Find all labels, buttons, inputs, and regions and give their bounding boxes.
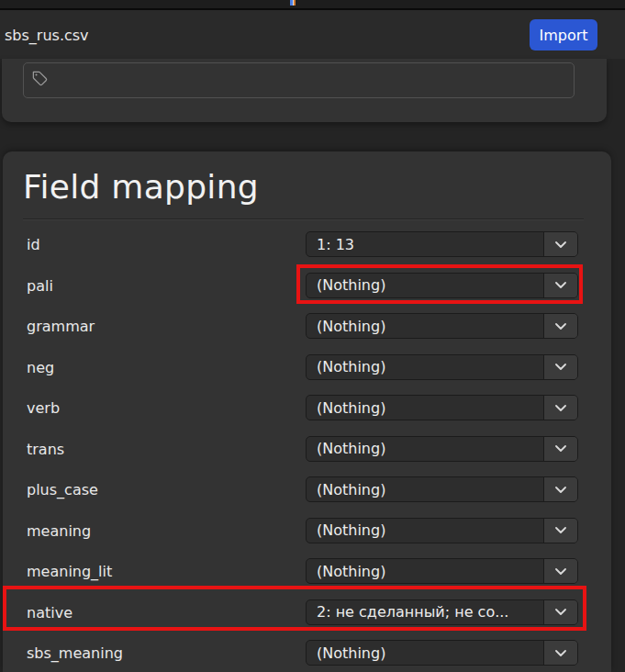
select-value: (Nothing) — [307, 519, 543, 543]
field-select[interactable]: 1: 13 — [306, 231, 578, 257]
section-divider — [23, 218, 584, 219]
field-row: trans (Nothing) — [3, 436, 611, 462]
field-label: trans — [27, 440, 64, 457]
tags-input[interactable] — [23, 62, 575, 98]
select-value: 2: не сделанный; не со... — [307, 600, 543, 624]
field-row: meaning (Nothing) — [3, 518, 611, 543]
field-label: meaning — [27, 521, 91, 539]
tags-card — [2, 59, 607, 122]
filename-label: sbs_rus.csv — [5, 26, 89, 43]
field-row: plus_case (Nothing) — [3, 476, 611, 502]
tag-icon — [31, 70, 49, 87]
field-row: meaning_lit (Nothing) — [3, 558, 611, 584]
select-value: 1: 13 — [307, 232, 543, 256]
chevron-down-icon[interactable] — [543, 274, 577, 297]
field-select[interactable]: (Nothing) — [306, 436, 578, 462]
select-value: (Nothing) — [307, 641, 543, 665]
cutoff-icon — [290, 0, 296, 6]
field-row: pali (Nothing) — [3, 273, 611, 298]
field-select[interactable]: (Nothing) — [306, 273, 578, 298]
select-value: (Nothing) — [307, 314, 543, 338]
field-select[interactable]: (Nothing) — [306, 476, 578, 502]
field-row: sbs_meaning (Nothing) — [3, 640, 611, 666]
field-label: grammar — [27, 318, 95, 335]
field-select[interactable]: (Nothing) — [306, 558, 578, 584]
field-row: neg (Nothing) — [3, 354, 611, 380]
field-select[interactable]: (Nothing) — [306, 518, 578, 543]
field-label: meaning_lit — [27, 563, 112, 580]
select-value: (Nothing) — [307, 559, 543, 583]
chevron-down-icon[interactable] — [543, 396, 577, 420]
field-label: pali — [27, 276, 53, 294]
chevron-down-icon[interactable] — [543, 559, 577, 583]
field-select[interactable]: (Nothing) — [306, 354, 578, 380]
window-top-strip — [0, 0, 625, 10]
field-select[interactable]: (Nothing) — [306, 640, 578, 666]
select-value: (Nothing) — [307, 477, 543, 501]
chevron-down-icon[interactable] — [543, 519, 577, 543]
chevron-down-icon[interactable] — [543, 600, 577, 624]
select-value: (Nothing) — [307, 396, 543, 420]
chevron-down-icon[interactable] — [543, 437, 577, 461]
field-label: sbs_meaning — [27, 644, 123, 662]
import-header: sbs_rus.csv Import — [0, 10, 625, 59]
section-title: Field mapping — [23, 168, 259, 206]
select-value: (Nothing) — [307, 274, 543, 297]
chevron-down-icon[interactable] — [543, 314, 577, 338]
field-label: verb — [27, 399, 60, 417]
field-mapping-rows: id 1: 13 pali (Nothing) grammar (Nothing… — [3, 231, 611, 672]
select-value: (Nothing) — [307, 437, 543, 461]
field-row: native 2: не сделанный; не со... — [3, 599, 611, 625]
chevron-down-icon[interactable] — [543, 355, 577, 379]
field-label: native — [27, 603, 73, 621]
field-mapping-card: Field mapping id 1: 13 pali (Nothing) gr… — [3, 151, 611, 672]
field-label: plus_case — [27, 481, 98, 498]
field-select[interactable]: (Nothing) — [306, 395, 578, 420]
field-label: id — [27, 236, 40, 253]
chevron-down-icon[interactable] — [543, 641, 577, 665]
import-button[interactable]: Import — [530, 19, 597, 50]
field-label: neg — [27, 358, 54, 375]
csv-import-screen: sbs_rus.csv Import Field mapping id 1: 1… — [0, 0, 625, 672]
field-row: id 1: 13 — [3, 231, 611, 257]
field-select[interactable]: (Nothing) — [306, 313, 578, 339]
chevron-down-icon[interactable] — [543, 477, 577, 501]
field-select[interactable]: 2: не сделанный; не со... — [306, 599, 578, 625]
field-row: grammar (Nothing) — [3, 313, 611, 339]
chevron-down-icon[interactable] — [543, 232, 577, 256]
field-row: verb (Nothing) — [3, 395, 611, 420]
select-value: (Nothing) — [307, 355, 543, 379]
